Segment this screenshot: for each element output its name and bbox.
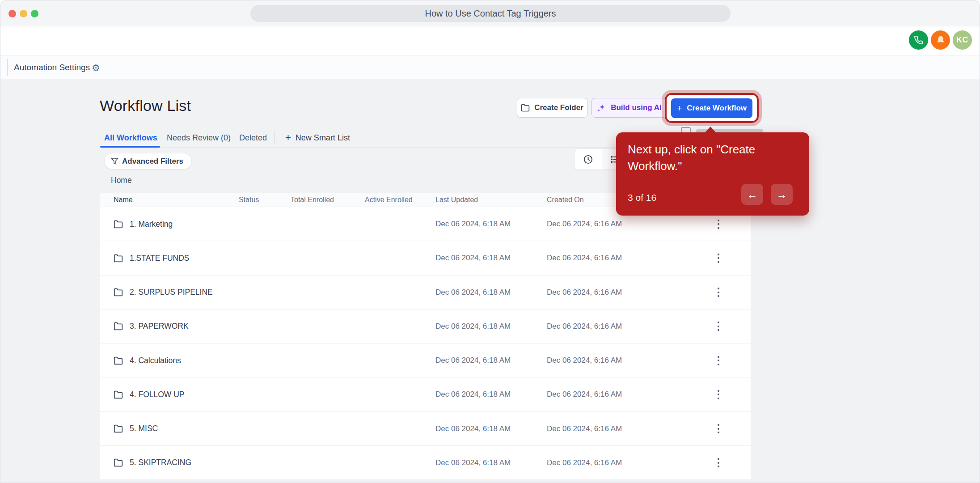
row-last-updated: Dec 06 2024, 6:18 AM [435,412,511,446]
history-view-button[interactable] [574,149,602,169]
folder-icon [114,356,123,365]
window-titlebar: How to Use Contact Tag Triggers [0,0,980,26]
row-last-updated: Dec 06 2024, 6:18 AM [435,309,511,343]
divider [7,59,8,76]
tooltip-pointer [705,127,716,133]
workflow-folder-name: 4. Calculations [130,356,181,365]
bell-icon [936,35,946,45]
column-header-created-on: Created On [547,193,584,207]
build-using-ai-button[interactable]: Build using AI [591,98,667,118]
workflow-folder-name: 5. SKIPTRACING [130,458,191,467]
table-row[interactable]: 1.STATE FUNDS Dec 06 2024, 6:18 AM Dec 0… [100,241,751,275]
table-row[interactable]: 2. SURPLUS PIPELINE Dec 06 2024, 6:18 AM… [100,275,751,309]
row-created-on: Dec 06 2024, 6:16 AM [547,207,622,241]
table-row[interactable]: 5. MISC Dec 06 2024, 6:18 AM Dec 06 2024… [100,412,751,446]
plus-icon: + [285,133,291,143]
app-window: How to Use Contact Tag Triggers KC Autom… [0,0,980,483]
page-title: Workflow List [100,97,191,114]
tooltip-next-button[interactable]: → [771,184,793,205]
close-window-button[interactable] [8,10,16,17]
advanced-filters-button[interactable]: Advanced Filters [104,153,192,169]
maximize-window-button[interactable] [31,10,38,17]
row-last-updated: Dec 06 2024, 6:18 AM [435,377,511,411]
folder-icon [114,424,123,433]
breadcrumb-home[interactable]: Home [111,176,132,185]
main-content: Workflow List Create Folder Build using … [0,79,980,483]
workflow-folder-name: 1. Marketing [130,220,173,229]
gear-icon[interactable]: ⚙ [92,63,100,72]
notifications-button[interactable] [931,30,950,50]
workflow-folder-name: 4. FOLLOW UP [130,390,185,399]
row-menu-kebab-icon[interactable] [713,377,724,411]
new-smart-list-button[interactable]: + New Smart List [285,129,350,146]
clock-icon [583,154,593,165]
workflow-folder-name: 1.STATE FUNDS [130,254,190,263]
tab-needs-review[interactable]: Needs Review (0) [167,129,231,146]
folder-icon [114,254,123,263]
new-smart-list-label: New Smart List [296,133,350,143]
workflow-table: Name Status Total Enrolled Active Enroll… [100,193,751,480]
build-using-ai-label: Build using AI [611,103,662,112]
row-created-on: Dec 06 2024, 6:16 AM [547,343,622,377]
row-created-on: Dec 06 2024, 6:16 AM [547,309,622,343]
folder-icon [114,322,123,331]
workflow-folder-name: 3. PAPERWORK [130,322,189,331]
column-header-name: Name [114,193,133,207]
row-last-updated: Dec 06 2024, 6:18 AM [435,275,511,309]
arrow-right-icon: → [777,188,787,201]
row-menu-kebab-icon[interactable] [713,309,724,343]
table-row[interactable]: 4. Calculations Dec 06 2024, 6:18 AM Dec… [100,343,751,377]
row-menu-kebab-icon[interactable] [713,412,724,446]
create-workflow-label: Create Workflow [687,104,747,113]
funnel-icon [111,157,118,165]
sparkles-icon [596,103,606,113]
row-last-updated: Dec 06 2024, 6:18 AM [435,241,511,275]
column-header-active-enrolled: Active Enrolled [365,193,413,207]
column-header-last-updated: Last Updated [435,193,478,207]
phone-button[interactable] [909,30,928,50]
active-tab-underline [100,146,160,148]
tab-deleted[interactable]: Deleted [239,129,267,146]
workflow-folder-name: 5. MISC [130,424,158,433]
table-row[interactable]: 5. SKIPTRACING Dec 06 2024, 6:18 AM Dec … [100,446,751,480]
row-menu-kebab-icon[interactable] [713,343,724,377]
user-avatar[interactable]: KC [953,30,972,50]
create-folder-label: Create Folder [534,103,583,112]
table-row[interactable]: 4. FOLLOW UP Dec 06 2024, 6:18 AM Dec 06… [100,377,751,411]
folder-icon [114,390,123,399]
row-menu-kebab-icon[interactable] [713,275,724,309]
column-header-status: Status [239,193,259,207]
minimize-window-button[interactable] [20,10,27,17]
divider [274,131,275,144]
plus-icon: + [677,103,682,113]
row-last-updated: Dec 06 2024, 6:18 AM [435,207,511,241]
window-title: How to Use Contact Tag Triggers [250,5,731,22]
create-workflow-button[interactable]: + Create Workflow [671,98,752,118]
phone-icon [914,35,923,45]
row-last-updated: Dec 06 2024, 6:18 AM [435,343,511,377]
folder-icon [114,458,123,467]
table-row[interactable]: 3. PAPERWORK Dec 06 2024, 6:18 AM Dec 06… [100,309,751,343]
row-created-on: Dec 06 2024, 6:16 AM [547,241,622,275]
row-created-on: Dec 06 2024, 6:16 AM [547,275,622,309]
tooltip-text: Next up, click on "Create Workflow." [628,141,784,174]
row-created-on: Dec 06 2024, 6:16 AM [547,412,622,446]
row-created-on: Dec 06 2024, 6:16 AM [547,446,622,480]
tutorial-tooltip: Next up, click on "Create Workflow." 3 o… [616,132,809,216]
app-topbar: KC [0,26,980,55]
folder-icon [114,220,123,229]
automation-settings-label: Automation Settings [14,63,90,72]
row-last-updated: Dec 06 2024, 6:18 AM [435,446,511,480]
tooltip-step-counter: 3 of 16 [628,192,656,203]
row-menu-kebab-icon[interactable] [713,446,724,480]
row-menu-kebab-icon[interactable] [713,241,724,275]
workflow-folder-name: 2. SURPLUS PIPELINE [130,288,213,297]
arrow-left-icon: ← [747,188,758,201]
create-folder-button[interactable]: Create Folder [517,98,587,118]
folder-icon [114,288,123,297]
tooltip-back-button[interactable]: ← [741,184,763,205]
column-header-total-enrolled: Total Enrolled [291,193,334,207]
advanced-filters-label: Advanced Filters [122,157,183,166]
row-created-on: Dec 06 2024, 6:16 AM [547,377,622,411]
tab-all-workflows[interactable]: All Workflows [104,129,157,146]
